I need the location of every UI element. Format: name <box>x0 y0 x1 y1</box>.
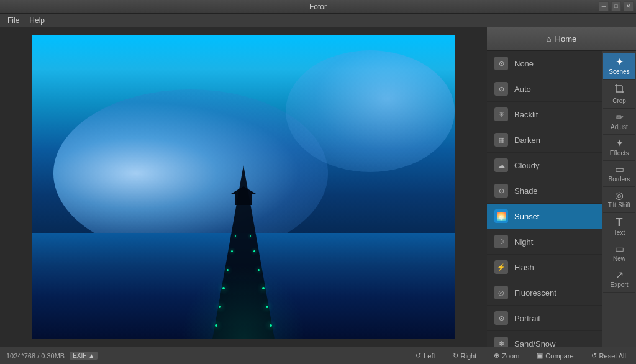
window-controls: ─ □ ✕ <box>599 1 634 11</box>
home-icon: ⌂ <box>547 34 552 43</box>
panel-content: ⊙ None ⊙ Auto ✳ Backlit ▦ Darken ☁ Clo <box>487 51 636 347</box>
scene-auto[interactable]: ⊙ Auto <box>487 76 602 102</box>
crop-label: Crop <box>612 98 626 104</box>
tool-crop[interactable]: Crop <box>603 80 635 109</box>
borders-label: Borders <box>608 176 630 183</box>
titlebar: Fotor ─ □ ✕ <box>0 0 636 14</box>
text-label: Text <box>614 229 625 236</box>
tool-scenes[interactable]: ✦ Scenes <box>603 53 635 80</box>
scene-flash[interactable]: ⚡ Flash <box>487 255 602 280</box>
effects-icon: ✦ <box>616 139 624 148</box>
reset-all-button[interactable]: ↺ Reset All <box>588 350 630 361</box>
zoom-button[interactable]: ⊕ Zoom <box>490 350 523 361</box>
tool-export[interactable]: ↗ Export <box>603 266 635 293</box>
scene-none-icon: ⊙ <box>494 57 508 70</box>
scene-sunset[interactable]: 🌅 Sunset <box>487 204 602 229</box>
maximize-button[interactable]: □ <box>611 1 621 11</box>
photo-background <box>32 35 455 339</box>
rotate-right-label: Right <box>461 352 477 360</box>
menu-help[interactable]: Help <box>24 15 50 26</box>
scene-cloudy[interactable]: ☁ Cloudy <box>487 153 602 178</box>
tool-borders[interactable]: ▭ Borders <box>603 161 635 187</box>
rotate-left-button[interactable]: ↺ Left <box>412 350 438 361</box>
scene-cloudy-label: Cloudy <box>514 161 539 170</box>
scene-sand-snow[interactable]: ❄ Sand/Snow <box>487 331 602 347</box>
scene-darken[interactable]: ▦ Darken <box>487 127 602 153</box>
scene-darken-label: Darken <box>514 135 540 145</box>
scene-backlit-label: Backlit <box>514 110 538 119</box>
new-label: New <box>613 255 625 262</box>
scene-portrait-label: Portrait <box>514 314 540 323</box>
scene-none-label: None <box>514 59 534 68</box>
scene-flash-label: Flash <box>514 263 534 272</box>
scenes-label: Scenes <box>609 68 629 75</box>
scene-night[interactable]: ☽ Night <box>487 229 602 255</box>
reset-label: Reset All <box>599 352 626 360</box>
hut-roof <box>231 186 256 194</box>
pier-light <box>231 250 233 252</box>
borders-icon: ▭ <box>615 165 624 175</box>
rotate-left-label: Left <box>424 352 435 360</box>
tool-text[interactable]: T Text <box>603 213 635 240</box>
scene-auto-icon: ⊙ <box>494 82 508 96</box>
scene-darken-icon: ▦ <box>494 133 508 147</box>
scene-portrait[interactable]: ⊙ Portrait <box>487 306 602 331</box>
scene-fluorescent-icon: ◎ <box>494 286 508 299</box>
right-panel: ⌂ Home ⊙ None ⊙ Auto ✳ Backlit <box>487 27 636 347</box>
right-toolbar: ✦ Scenes Crop ✏ <box>602 51 636 347</box>
rotate-right-icon: ↻ <box>453 352 458 360</box>
zoom-label: Zoom <box>502 352 519 360</box>
water-reflection <box>181 265 306 339</box>
file-info: 1024*768 / 0.30MB <box>6 352 65 360</box>
scene-backlit[interactable]: ✳ Backlit <box>487 102 602 127</box>
exif-badge[interactable]: EXIF ▲ <box>70 352 98 360</box>
menubar: File Help <box>0 14 636 27</box>
scene-auto-label: Auto <box>514 84 531 94</box>
tool-tilt-shift[interactable]: ◎ Tilt-Shift <box>603 187 635 213</box>
scene-fluorescent[interactable]: ◎ Fluorescent <box>487 280 602 306</box>
close-button[interactable]: ✕ <box>624 1 634 11</box>
new-icon: ▭ <box>615 244 624 254</box>
scene-sunset-label: Sunset <box>514 212 539 221</box>
zoom-icon: ⊕ <box>494 352 499 360</box>
tilt-shift-label: Tilt-Shift <box>608 202 630 209</box>
scenes-icon: ✦ <box>616 57 624 67</box>
rotate-right-button[interactable]: ↻ Right <box>449 350 481 361</box>
pier-light <box>235 235 236 237</box>
tilt-shift-icon: ◎ <box>615 191 624 201</box>
compare-button[interactable]: ▣ Compare <box>533 350 577 361</box>
scene-night-label: Night <box>514 237 533 247</box>
minimize-button[interactable]: ─ <box>599 1 609 11</box>
main-area: ⌂ Home ⊙ None ⊙ Auto ✳ Backlit <box>0 27 636 347</box>
scene-shade-label: Shade <box>514 186 538 196</box>
scene-shade[interactable]: ⊙ Shade <box>487 178 602 204</box>
cloud-right <box>286 50 455 172</box>
effects-label: Effects <box>610 150 629 157</box>
text-icon: T <box>616 217 623 228</box>
statusbar-center: ↺ Left ↻ Right ⊕ Zoom ▣ Compare ↺ Reset … <box>412 350 630 361</box>
home-button[interactable]: ⌂ Home <box>487 27 636 51</box>
compare-icon: ▣ <box>537 352 543 360</box>
canvas-area <box>0 27 487 347</box>
pier-light <box>253 250 255 252</box>
reset-icon: ↺ <box>591 352 597 360</box>
export-label: Export <box>611 281 629 288</box>
menu-file[interactable]: File <box>2 15 24 26</box>
scene-portrait-icon: ⊙ <box>494 311 508 325</box>
scenes-list[interactable]: ⊙ None ⊙ Auto ✳ Backlit ▦ Darken ☁ Clo <box>487 51 602 347</box>
tool-new[interactable]: ▭ New <box>603 240 635 266</box>
scene-fluorescent-label: Fluorescent <box>514 288 556 298</box>
crop-icon <box>614 83 625 96</box>
scene-none[interactable]: ⊙ None <box>487 51 602 76</box>
scene-backlit-icon: ✳ <box>494 107 508 121</box>
scene-shade-icon: ⊙ <box>494 184 508 198</box>
scene-sand-snow-label: Sand/Snow <box>514 339 556 347</box>
rotate-left-icon: ↺ <box>416 352 421 360</box>
adjust-icon: ✏ <box>616 112 624 122</box>
scene-sunset-icon: 🌅 <box>494 209 508 223</box>
scene-night-icon: ☽ <box>494 235 508 248</box>
tool-effects[interactable]: ✦ Effects <box>603 135 635 161</box>
hut-body <box>235 194 252 205</box>
scene-sand-snow-icon: ❄ <box>494 337 508 347</box>
tool-adjust[interactable]: ✏ Adjust <box>603 109 635 135</box>
